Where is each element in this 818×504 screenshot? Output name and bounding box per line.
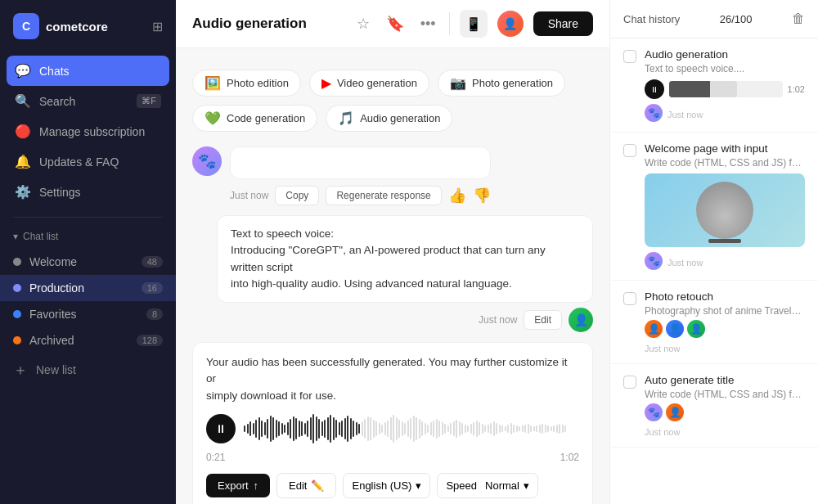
rs-item-audio-gen[interactable]: Audio generation Text to speech voice...… bbox=[610, 38, 818, 133]
chat-item-archived[interactable]: Archived 128 bbox=[0, 327, 176, 353]
rs-item-welcome-page[interactable]: Welcome page with input Write code (HTML… bbox=[610, 133, 818, 281]
edit-message-button[interactable]: Edit bbox=[524, 310, 562, 330]
pill-code-generation[interactable]: 💚 Code generation bbox=[192, 105, 317, 132]
trash-button[interactable]: 🗑 bbox=[792, 11, 805, 26]
edit-audio-button[interactable]: Edit ✏️ bbox=[276, 473, 336, 498]
chat-item-welcome[interactable]: Welcome 48 bbox=[0, 249, 176, 275]
rs-checkbox[interactable] bbox=[623, 50, 636, 63]
photo-generation-icon: 📷 bbox=[450, 75, 466, 91]
rs-checkbox[interactable] bbox=[623, 292, 636, 305]
thumbnail-object bbox=[696, 182, 753, 239]
share-button[interactable]: Share bbox=[533, 11, 593, 36]
sidebar-item-settings[interactable]: ⚙️ Settings bbox=[7, 177, 169, 207]
pill-photo-edition[interactable]: 🖼️ Photo edition bbox=[192, 70, 301, 97]
rs-item-content: Welcome page with input Write code (HTML… bbox=[645, 142, 805, 270]
user-message-time: Just now bbox=[479, 314, 517, 326]
pill-photo-generation[interactable]: 📷 Photo generation bbox=[438, 70, 565, 97]
user-bubble: Text to speech voice: Introducing "CoreG… bbox=[217, 215, 593, 303]
speed-dropdown[interactable]: Speed Normal ▾ bbox=[437, 473, 538, 498]
waveform[interactable] bbox=[244, 414, 579, 443]
device-icon[interactable]: 📱 bbox=[460, 10, 488, 38]
chat-badge: 8 bbox=[146, 308, 163, 320]
rs-avatar: 👤 bbox=[645, 320, 663, 338]
audio-time-end: 1:02 bbox=[560, 452, 579, 463]
pencil-icon: ✏️ bbox=[311, 479, 324, 492]
rs-checkbox[interactable] bbox=[623, 376, 636, 389]
new-list-button[interactable]: ＋ New list bbox=[0, 353, 176, 386]
rs-item-footer: Just now bbox=[645, 341, 805, 353]
rs-item-time: Just now bbox=[667, 258, 703, 268]
audio-success-text: Your audio has been successfully generat… bbox=[206, 354, 579, 404]
chevron-down-icon: ▾ bbox=[13, 231, 18, 242]
audio-controls-row: Export ↑ Edit ✏️ English (US) ▾ Speed No… bbox=[206, 473, 579, 498]
language-value: English (US) bbox=[352, 479, 411, 492]
chevron-down-icon: ▾ bbox=[524, 479, 529, 492]
right-sidebar: Chat history 26/100 🗑 Audio generation T… bbox=[609, 0, 818, 504]
thumbs-down-button[interactable]: 👎 bbox=[473, 187, 491, 205]
pill-video-generation[interactable]: ▶ Video generation bbox=[309, 70, 429, 97]
page-title: Audio generation bbox=[192, 16, 344, 32]
rs-item-auto-title[interactable]: Auto generate title Write code (HTML, CS… bbox=[610, 364, 818, 448]
rs-item-footer: Just now bbox=[645, 425, 805, 437]
chat-list-toggle[interactable]: ▾ Chat list bbox=[0, 224, 176, 249]
chat-item-label: Favorites bbox=[29, 308, 77, 321]
chevron-down-icon: ▾ bbox=[416, 479, 421, 492]
audio-success-line2: simply download it for use. bbox=[206, 389, 336, 402]
rs-audio-player: ⏸ 1:02 bbox=[645, 79, 805, 99]
regenerate-button[interactable]: Regenerate response bbox=[326, 186, 441, 205]
rs-item-photo-retouch[interactable]: Photo retouch Photography shot of anime … bbox=[610, 281, 818, 364]
rs-item-time: Just now bbox=[645, 427, 680, 437]
new-list-label: New list bbox=[36, 363, 76, 376]
thumbs-up-button[interactable]: 👍 bbox=[448, 187, 466, 205]
sidebar-item-label: Updates & FAQ bbox=[39, 155, 119, 169]
settings-icon: ⚙️ bbox=[15, 184, 31, 200]
logo-icon: C bbox=[13, 13, 39, 39]
rs-item-subtitle: Write code (HTML, CSS and JS) for a simp… bbox=[645, 389, 805, 400]
audio-time-row: 0:21 1:02 bbox=[206, 452, 579, 463]
bookmark-button[interactable]: 🔖 bbox=[383, 11, 407, 36]
chat-item-production[interactable]: Production 16 bbox=[0, 275, 176, 301]
chat-dot bbox=[13, 284, 21, 292]
sidebar-item-chats[interactable]: 💬 Chats bbox=[7, 56, 169, 86]
sidebar-item-label: Manage subscription bbox=[39, 125, 145, 138]
chat-badge: 48 bbox=[142, 256, 163, 268]
rs-avatar: 👤 bbox=[666, 403, 684, 421]
photo-edition-icon: 🖼️ bbox=[204, 75, 221, 91]
language-dropdown[interactable]: English (US) ▾ bbox=[343, 473, 430, 498]
sidebar-toggle-btn[interactable]: ⊞ bbox=[152, 19, 163, 34]
thumbnail-shadow bbox=[708, 239, 741, 243]
user-text-1: Text to speech voice: bbox=[231, 226, 579, 242]
rs-checkbox[interactable] bbox=[623, 144, 636, 157]
rs-item-footer: 🐾 Just now bbox=[645, 252, 805, 270]
export-button[interactable]: Export ↑ bbox=[206, 474, 270, 497]
pill-label: Video generation bbox=[337, 77, 417, 89]
chat-item-label: Production bbox=[29, 281, 84, 295]
rs-waveform bbox=[669, 81, 783, 97]
rs-pause-btn[interactable]: ⏸ bbox=[645, 79, 664, 99]
chat-badge: 128 bbox=[137, 335, 163, 346]
sidebar-nav: 💬 Chats 🔍 Search ⌘F 🔴 Manage subscriptio… bbox=[0, 52, 176, 210]
waveform-bars bbox=[244, 414, 579, 443]
pause-button[interactable]: ⏸ bbox=[206, 414, 236, 443]
chat-item-favorites[interactable]: Favorites 8 bbox=[0, 301, 176, 327]
rs-item-title: Audio generation bbox=[645, 48, 805, 61]
star-button[interactable]: ☆ bbox=[353, 11, 373, 36]
more-options-button[interactable]: ••• bbox=[417, 12, 439, 36]
rs-item-subtitle: Write code (HTML, CSS and JS) for a simp… bbox=[645, 157, 805, 169]
sidebar-item-updates[interactable]: 🔔 Updates & FAQ bbox=[7, 146, 169, 177]
rs-item-subtitle: Text to speech voice.... bbox=[645, 63, 805, 74]
chat-dot bbox=[13, 258, 21, 266]
copy-button[interactable]: Copy bbox=[275, 186, 319, 205]
rs-item-title: Welcome page with input bbox=[645, 142, 805, 155]
rs-item-content: Auto generate title Write code (HTML, CS… bbox=[645, 374, 805, 437]
sidebar-item-subscription[interactable]: 🔴 Manage subscription bbox=[7, 116, 169, 146]
pill-audio-generation[interactable]: 🎵 Audio generation bbox=[326, 105, 452, 132]
sidebar-item-search[interactable]: 🔍 Search ⌘F bbox=[7, 86, 169, 116]
rs-avatar: 👤 bbox=[666, 320, 684, 338]
rs-item-content: Photo retouch Photography shot of anime … bbox=[645, 290, 805, 353]
rs-avatar: 🐾 bbox=[645, 403, 663, 421]
export-label: Export bbox=[218, 479, 249, 492]
subscription-icon: 🔴 bbox=[15, 124, 31, 139]
audio-player: ⏸ bbox=[206, 414, 579, 443]
code-generation-icon: 💚 bbox=[204, 110, 221, 126]
